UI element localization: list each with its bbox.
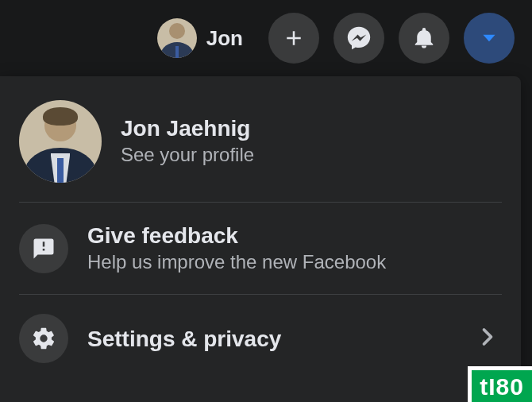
divider	[19, 202, 502, 203]
account-dropdown: Jon Jaehnig See your profile Give feedba…	[0, 76, 521, 402]
feedback-subtitle: Help us improve the new Facebook	[87, 249, 502, 275]
messenger-icon	[346, 25, 372, 51]
watermark: tI80	[468, 366, 532, 402]
settings-texts: Settings & privacy	[87, 325, 473, 353]
caret-down-icon	[479, 28, 499, 48]
profile-subtitle: See your profile	[121, 142, 502, 168]
account-menu-button[interactable]	[464, 13, 515, 64]
settings-icon-wrap	[19, 314, 68, 363]
notifications-button[interactable]	[399, 13, 449, 64]
feedback-icon	[32, 237, 56, 261]
settings-menu-item[interactable]: Settings & privacy	[13, 303, 508, 374]
profile-menu-item[interactable]: Jon Jaehnig See your profile	[13, 89, 508, 194]
feedback-icon-wrap	[19, 224, 68, 273]
bell-icon	[412, 26, 436, 50]
top-bar: Jon	[0, 0, 532, 76]
messenger-button[interactable]	[333, 13, 384, 64]
plus-icon	[282, 26, 306, 50]
create-button[interactable]	[268, 13, 319, 64]
divider	[19, 294, 502, 295]
avatar-small	[157, 18, 197, 58]
feedback-title: Give feedback	[87, 222, 502, 249]
profile-short-name: Jon	[206, 26, 243, 51]
settings-title: Settings & privacy	[87, 325, 473, 353]
chevron-right-icon	[473, 323, 502, 354]
gear-icon	[31, 326, 56, 351]
profile-texts: Jon Jaehnig See your profile	[121, 114, 502, 168]
profile-chip[interactable]: Jon	[152, 14, 254, 63]
profile-name: Jon Jaehnig	[121, 114, 502, 142]
feedback-texts: Give feedback Help us improve the new Fa…	[87, 222, 502, 275]
avatar-large	[19, 100, 102, 183]
feedback-menu-item[interactable]: Give feedback Help us improve the new Fa…	[13, 211, 508, 286]
